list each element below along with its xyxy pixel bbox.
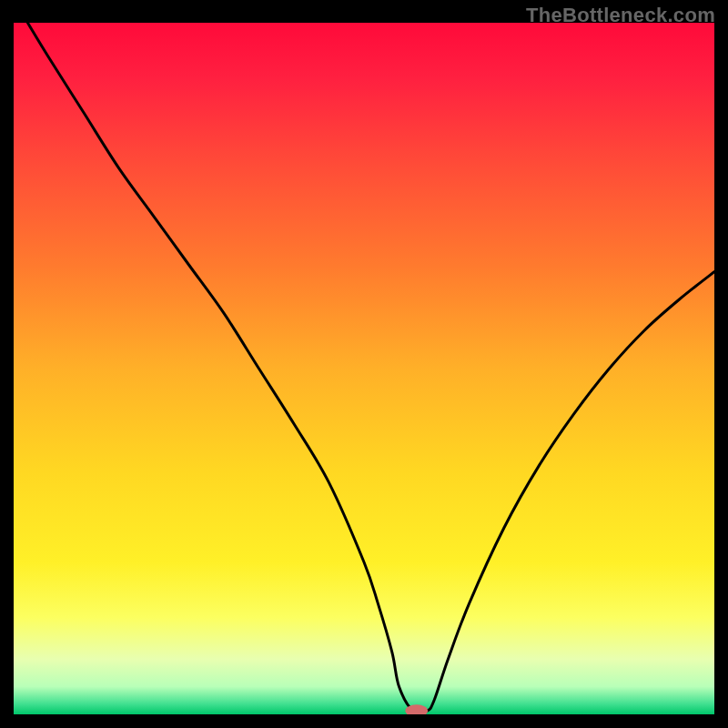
- plot-area: [14, 23, 714, 714]
- chart-frame: TheBottleneck.com: [0, 0, 728, 728]
- chart-svg: [14, 23, 714, 714]
